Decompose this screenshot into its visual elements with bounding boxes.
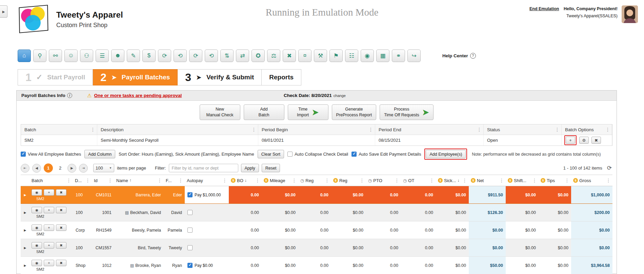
toolbar-benefits-button[interactable]: ▦: [376, 50, 389, 62]
next-page-button[interactable]: ▶: [67, 164, 76, 173]
toolbar-employee-transfer-button[interactable]: ⇄: [236, 50, 249, 62]
remove-check-button[interactable]: ✖: [56, 189, 66, 196]
row-expander[interactable]: ▶: [21, 239, 29, 256]
column-menu-icon[interactable]: ⋮: [499, 178, 504, 183]
toolbar-user-remove-button[interactable]: ✖: [283, 50, 296, 62]
auto-save-option[interactable]: Auto Save Edit Payment Details: [351, 152, 421, 157]
toolbar-logout-user-button[interactable]: ↪: [407, 50, 421, 62]
employee-row[interactable]: ▶ ◉ + ✖ SM2 Shop 1012 ▤ Brooke, Ryan Rya…: [21, 257, 612, 274]
batch-col-description[interactable]: Description⋮: [97, 124, 258, 135]
toolbar-contractors-button[interactable]: ⚒: [314, 50, 327, 62]
view-check-button[interactable]: ◉: [32, 207, 42, 213]
toolbar-employee-profile-button[interactable]: ☻: [111, 50, 124, 62]
column-menu-icon[interactable]: ⋮: [605, 127, 610, 132]
toolbar-person-flag-button[interactable]: ⚑: [329, 50, 343, 62]
row-expander[interactable]: ▶: [21, 186, 29, 203]
view-check-button[interactable]: ◉: [32, 189, 42, 196]
employee-row[interactable]: ▶ ◉ + ✖ SM2 100 1001 ▤ Beckham, David Da…: [21, 204, 612, 221]
view-check-button[interactable]: ◉: [32, 242, 42, 249]
change-check-date-link[interactable]: change: [334, 94, 346, 98]
new-manual-check-button[interactable]: NewManual Check: [200, 104, 240, 120]
apply-filter-button[interactable]: Apply: [241, 164, 259, 172]
eg-col-autopay[interactable]: Autopay⋮: [185, 175, 229, 186]
batch-delete-button[interactable]: ✖: [591, 137, 601, 144]
column-menu-icon[interactable]: ⋮: [395, 178, 399, 183]
page-1-button[interactable]: 1: [44, 163, 53, 173]
column-menu-icon[interactable]: ⋮: [178, 178, 183, 183]
auto-save-checkbox[interactable]: [351, 152, 357, 157]
filter-input[interactable]: [169, 164, 238, 172]
toolbar-fingerprint-clock-button[interactable]: ◉: [361, 50, 374, 62]
eg-col-reg-amount[interactable]: $Reg⋮: [331, 175, 366, 186]
add-check-button[interactable]: +: [44, 224, 54, 231]
add-check-button[interactable]: +: [44, 242, 54, 249]
employee-row[interactable]: ▶ ◉ + ✖ SM2 100 CM1557 ▤ Bird, Tweety Tw…: [21, 239, 612, 257]
row-expander[interactable]: ▶: [21, 257, 29, 274]
column-menu-icon[interactable]: ⋮: [90, 127, 95, 132]
column-menu-icon[interactable]: ⋮: [222, 178, 227, 183]
eg-col-mileage[interactable]: $Mileage⋮: [262, 175, 298, 186]
toolbar-tax-money-button[interactable]: ¤: [298, 50, 311, 62]
refresh-icon[interactable]: ⟳: [607, 164, 612, 172]
toolbar-security-user-button[interactable]: ✪: [251, 50, 265, 62]
user-avatar[interactable]: [622, 5, 638, 23]
cell-autopay[interactable]: [185, 204, 229, 221]
column-menu-icon[interactable]: ⋮: [251, 127, 256, 132]
column-menu-icon[interactable]: ⋮: [66, 178, 71, 183]
autopay-checkbox[interactable]: [187, 228, 193, 233]
toolbar-new-hire-button[interactable]: ☺: [64, 50, 78, 62]
column-menu-icon[interactable]: ⋮: [565, 178, 569, 183]
pending-approval-link[interactable]: One or more tasks are pending approval: [94, 93, 182, 98]
toolbar-roster-grid-button[interactable]: ☷: [345, 50, 358, 62]
auto-collapse-option[interactable]: Auto Collapse Check Detail: [287, 152, 348, 157]
view-check-button[interactable]: ◉: [32, 224, 42, 231]
add-check-button[interactable]: +: [44, 260, 54, 266]
batch-col-period-begin[interactable]: Period Begin⋮: [258, 124, 375, 135]
cell-autopay[interactable]: [185, 221, 229, 239]
view-all-batches-option[interactable]: View All Employee Batches: [21, 152, 81, 157]
time-import-button[interactable]: TimeImport ➤: [288, 104, 328, 120]
autopay-checkbox[interactable]: [187, 263, 193, 268]
remove-check-button[interactable]: ✖: [56, 242, 66, 249]
eg-col-sick[interactable]: $Sick...↓⋮: [436, 175, 469, 186]
toolbar-team-list-button[interactable]: ☰: [96, 50, 109, 62]
wizard-step-reports[interactable]: Reports: [262, 69, 301, 85]
previous-page-button[interactable]: ◀: [32, 164, 41, 173]
eg-col-id[interactable]: Id⋮: [92, 175, 114, 186]
eg-col-bo[interactable]: $BO↓⋮: [229, 175, 262, 186]
eg-col-tips[interactable]: $Tips⋮: [539, 175, 571, 186]
add-batch-button[interactable]: AddBatch: [244, 104, 284, 120]
toolbar-home-button[interactable]: ⌂: [18, 50, 31, 62]
first-page-button[interactable]: ⇤: [21, 164, 29, 173]
column-menu-icon[interactable]: ⋮: [325, 178, 329, 183]
toolbar-org-chart-button[interactable]: ⚯: [49, 50, 62, 62]
toolbar-forms-button[interactable]: ✎: [127, 50, 140, 62]
add-column-button[interactable]: Add Column: [84, 150, 115, 158]
page-size-select[interactable]: 100 ▼: [93, 164, 114, 172]
autopay-checkbox[interactable]: [187, 192, 193, 197]
column-menu-icon[interactable]: ⋮: [477, 127, 482, 132]
eg-col-gross[interactable]: $Gross⋮: [571, 175, 612, 186]
eg-col-shift[interactable]: $Shift...⋮: [506, 175, 539, 186]
cell-autopay[interactable]: Pay $1,000.00: [185, 186, 229, 203]
toolbar-payroll-money-button[interactable]: $: [142, 50, 156, 62]
batch-col-status[interactable]: Status⋮: [484, 124, 562, 135]
add-check-button[interactable]: +: [44, 207, 54, 213]
toolbar-employee-search-button[interactable]: ⚲: [33, 50, 46, 62]
column-menu-icon[interactable]: ⋮: [292, 178, 297, 183]
column-menu-icon[interactable]: ⋮: [532, 178, 537, 183]
add-to-batch-button[interactable]: +: [566, 137, 575, 144]
eg-col-batch[interactable]: Batch⋮: [29, 175, 73, 186]
wizard-step-payroll-batches[interactable]: 2 ➤ Payroll Batches: [93, 69, 178, 85]
end-emulation-link[interactable]: End Emulation: [529, 6, 559, 11]
eg-col-reg-hours[interactable]: ◷Reg⋮: [298, 175, 331, 186]
column-menu-icon[interactable]: ⋮: [85, 178, 90, 183]
eg-col-net[interactable]: $Net⋮: [469, 175, 506, 186]
batch-col-period-end[interactable]: Period End⋮: [375, 124, 484, 135]
autopay-checkbox[interactable]: [187, 245, 193, 250]
batch-col-batch[interactable]: Batch⋮: [21, 124, 97, 135]
view-check-button[interactable]: ◉: [32, 260, 42, 266]
employee-row[interactable]: ▶ ◉ + ✖ SM2 100 CM1011 ▤ Barrera, Eder E…: [21, 186, 612, 204]
column-menu-icon[interactable]: ⋮: [429, 178, 434, 183]
toolbar-user-audit-button[interactable]: ⚖: [267, 50, 280, 62]
